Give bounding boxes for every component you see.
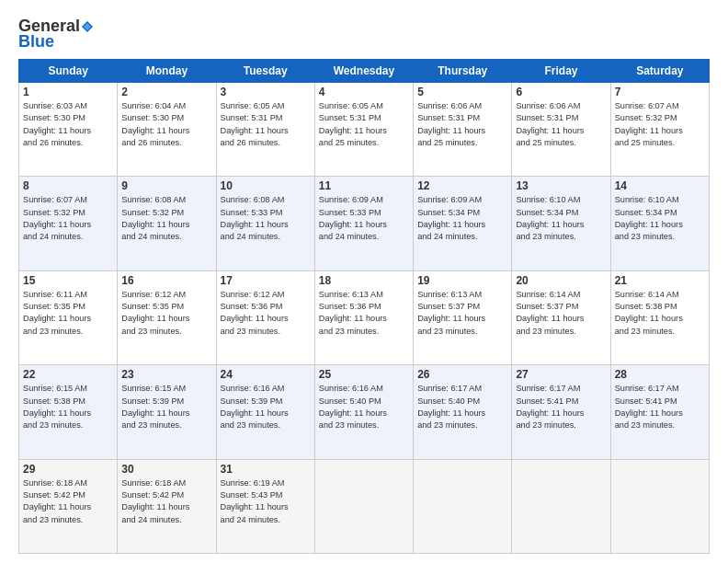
day-number: 29 [23,463,113,476]
calendar-cell: 13Sunrise: 6:10 AM Sunset: 5:34 PM Dayli… [512,177,610,270]
day-number: 16 [121,274,211,287]
calendar-cell: 30Sunrise: 6:18 AM Sunset: 5:42 PM Dayli… [118,459,216,553]
calendar-cell [314,459,413,553]
calendar-cell [512,459,610,553]
calendar-cell: 8Sunrise: 6:07 AM Sunset: 5:32 PM Daylig… [19,177,118,270]
day-info: Sunrise: 6:07 AM Sunset: 5:32 PM Dayligh… [615,100,705,149]
day-info: Sunrise: 6:05 AM Sunset: 5:31 PM Dayligh… [221,100,311,149]
calendar-cell: 21Sunrise: 6:14 AM Sunset: 5:38 PM Dayli… [610,270,709,364]
day-info: Sunrise: 6:04 AM Sunset: 5:30 PM Dayligh… [121,100,211,149]
day-info: Sunrise: 6:05 AM Sunset: 5:31 PM Dayligh… [319,100,409,149]
calendar-cell: 2Sunrise: 6:04 AM Sunset: 5:30 PM Daylig… [118,83,216,177]
day-info: Sunrise: 6:14 AM Sunset: 5:37 PM Dayligh… [516,289,606,338]
day-info: Sunrise: 6:09 AM Sunset: 5:33 PM Dayligh… [319,194,409,243]
logo-icon [81,20,94,33]
day-info: Sunrise: 6:12 AM Sunset: 5:35 PM Dayligh… [121,289,211,338]
day-number: 25 [319,368,409,381]
day-info: Sunrise: 6:17 AM Sunset: 5:41 PM Dayligh… [516,383,606,431]
day-info: Sunrise: 6:15 AM Sunset: 5:39 PM Dayligh… [121,383,211,431]
calendar-cell [414,459,512,553]
calendar-cell: 4Sunrise: 6:05 AM Sunset: 5:31 PM Daylig… [314,83,413,177]
calendar-cell: 26Sunrise: 6:17 AM Sunset: 5:40 PM Dayli… [414,365,512,459]
day-info: Sunrise: 6:08 AM Sunset: 5:32 PM Dayligh… [121,194,211,243]
day-info: Sunrise: 6:16 AM Sunset: 5:39 PM Dayligh… [221,383,311,431]
day-number: 24 [221,368,311,381]
calendar-cell: 23Sunrise: 6:15 AM Sunset: 5:39 PM Dayli… [118,365,216,459]
col-header-monday: Monday [118,60,216,83]
day-number: 18 [319,274,409,287]
day-number: 5 [417,86,507,98]
day-info: Sunrise: 6:06 AM Sunset: 5:31 PM Dayligh… [516,100,606,149]
calendar-cell: 31Sunrise: 6:19 AM Sunset: 5:43 PM Dayli… [216,459,314,553]
calendar-cell [610,459,709,553]
logo: General Blue [18,17,95,52]
calendar-cell: 19Sunrise: 6:13 AM Sunset: 5:37 PM Dayli… [414,270,512,364]
day-info: Sunrise: 6:06 AM Sunset: 5:31 PM Dayligh… [417,100,507,149]
week-row-5: 29Sunrise: 6:18 AM Sunset: 5:42 PM Dayli… [19,459,710,553]
day-number: 13 [516,179,606,192]
day-info: Sunrise: 6:08 AM Sunset: 5:33 PM Dayligh… [221,194,311,243]
day-number: 4 [319,86,409,98]
calendar-cell: 5Sunrise: 6:06 AM Sunset: 5:31 PM Daylig… [414,83,512,177]
day-number: 3 [221,86,311,98]
day-info: Sunrise: 6:13 AM Sunset: 5:37 PM Dayligh… [417,289,507,338]
day-info: Sunrise: 6:18 AM Sunset: 5:42 PM Dayligh… [121,477,211,526]
calendar-table: SundayMondayTuesdayWednesdayThursdayFrid… [18,59,710,554]
day-number: 20 [516,274,606,287]
col-header-sunday: Sunday [19,60,118,83]
day-info: Sunrise: 6:19 AM Sunset: 5:43 PM Dayligh… [221,477,311,526]
day-number: 7 [615,86,705,98]
day-info: Sunrise: 6:18 AM Sunset: 5:42 PM Dayligh… [23,477,113,526]
day-info: Sunrise: 6:13 AM Sunset: 5:36 PM Dayligh… [319,289,409,338]
day-info: Sunrise: 6:15 AM Sunset: 5:38 PM Dayligh… [23,383,113,431]
calendar-cell: 27Sunrise: 6:17 AM Sunset: 5:41 PM Dayli… [512,365,610,459]
calendar-cell: 14Sunrise: 6:10 AM Sunset: 5:34 PM Dayli… [610,177,709,270]
day-number: 12 [417,179,507,192]
day-number: 26 [417,368,507,381]
calendar-cell: 24Sunrise: 6:16 AM Sunset: 5:39 PM Dayli… [216,365,314,459]
day-number: 31 [221,463,311,476]
day-number: 15 [23,274,113,287]
week-row-3: 15Sunrise: 6:11 AM Sunset: 5:35 PM Dayli… [19,270,710,364]
calendar-cell: 6Sunrise: 6:06 AM Sunset: 5:31 PM Daylig… [512,83,610,177]
day-number: 17 [221,274,311,287]
day-info: Sunrise: 6:17 AM Sunset: 5:40 PM Dayligh… [417,383,507,431]
day-number: 21 [615,274,705,287]
calendar-cell: 15Sunrise: 6:11 AM Sunset: 5:35 PM Dayli… [19,270,118,364]
calendar-cell: 7Sunrise: 6:07 AM Sunset: 5:32 PM Daylig… [610,83,709,177]
day-info: Sunrise: 6:09 AM Sunset: 5:34 PM Dayligh… [417,194,507,243]
day-info: Sunrise: 6:16 AM Sunset: 5:40 PM Dayligh… [319,383,409,431]
col-header-tuesday: Tuesday [216,60,314,83]
day-number: 2 [121,86,211,98]
day-number: 11 [319,179,409,192]
col-header-thursday: Thursday [414,60,512,83]
day-info: Sunrise: 6:12 AM Sunset: 5:36 PM Dayligh… [221,289,311,338]
day-info: Sunrise: 6:17 AM Sunset: 5:41 PM Dayligh… [615,383,705,431]
day-number: 8 [23,179,113,192]
header-row: SundayMondayTuesdayWednesdayThursdayFrid… [19,60,710,83]
calendar-cell: 9Sunrise: 6:08 AM Sunset: 5:32 PM Daylig… [118,177,216,270]
calendar-cell: 10Sunrise: 6:08 AM Sunset: 5:33 PM Dayli… [216,177,314,270]
header: General Blue [18,17,710,52]
page: General Blue SundayMondayTuesdayWednesda… [0,0,728,563]
day-number: 1 [23,86,113,98]
col-header-wednesday: Wednesday [314,60,413,83]
day-number: 30 [121,463,211,476]
week-row-2: 8Sunrise: 6:07 AM Sunset: 5:32 PM Daylig… [19,177,710,270]
day-number: 14 [615,179,705,192]
day-number: 9 [121,179,211,192]
day-number: 22 [23,368,113,381]
day-info: Sunrise: 6:10 AM Sunset: 5:34 PM Dayligh… [516,194,606,243]
day-number: 27 [516,368,606,381]
calendar-cell: 1Sunrise: 6:03 AM Sunset: 5:30 PM Daylig… [19,83,118,177]
day-number: 6 [516,86,606,98]
day-info: Sunrise: 6:03 AM Sunset: 5:30 PM Dayligh… [23,100,113,149]
calendar-cell: 12Sunrise: 6:09 AM Sunset: 5:34 PM Dayli… [414,177,512,270]
col-header-saturday: Saturday [610,60,709,83]
day-info: Sunrise: 6:07 AM Sunset: 5:32 PM Dayligh… [23,194,113,243]
day-number: 23 [121,368,211,381]
day-number: 10 [221,179,311,192]
logo-blue: Blue [18,32,54,52]
week-row-1: 1Sunrise: 6:03 AM Sunset: 5:30 PM Daylig… [19,83,710,177]
calendar-cell: 22Sunrise: 6:15 AM Sunset: 5:38 PM Dayli… [19,365,118,459]
